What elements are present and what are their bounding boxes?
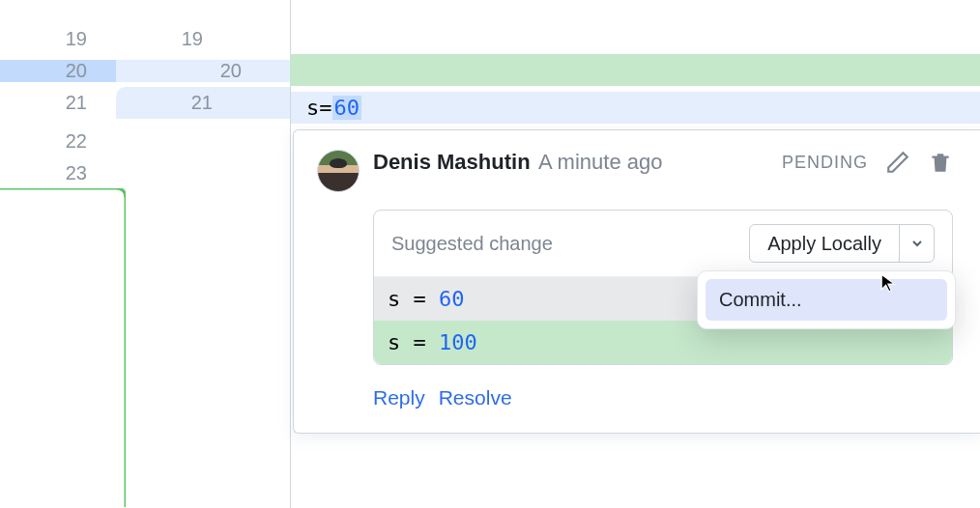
edit-icon[interactable]	[885, 150, 910, 175]
suggested-change-box: Suggested change Apply Locally s = 60 s …	[373, 210, 953, 365]
gutter-row: 22	[0, 126, 290, 157]
suggested-change-header: Suggested change Apply Locally	[374, 211, 952, 277]
code-op: =	[400, 330, 439, 354]
gutter-below: 22 23	[0, 126, 290, 189]
code-number: 60	[334, 96, 360, 120]
code-op: =	[319, 96, 331, 120]
status-badge: PENDING	[782, 153, 868, 173]
reply-button[interactable]: Reply	[373, 382, 425, 413]
dropdown-item-commit[interactable]: Commit...	[706, 279, 947, 321]
comment-header: Denis Mashutin A minute ago PENDING	[317, 150, 953, 192]
diff-connector-line	[0, 188, 126, 507]
line-number-left: 23	[0, 162, 116, 184]
avatar[interactable]	[317, 150, 360, 192]
line-number-left: 19	[0, 28, 116, 50]
line-number-left: 20	[0, 60, 116, 82]
apply-locally-label: Apply Locally	[750, 233, 899, 255]
comment-card: Denis Mashutin A minute ago PENDING Sugg…	[293, 129, 980, 434]
gutter-row: 19 19	[0, 23, 290, 55]
code-op: =	[400, 287, 439, 311]
line-number-right: 19	[116, 28, 232, 50]
line-number-left: 22	[0, 130, 116, 153]
comment-author: Denis Mashutin	[373, 150, 531, 174]
cursor-icon	[879, 272, 901, 294]
trash-icon[interactable]	[928, 150, 953, 175]
line-number-right: 21	[145, 92, 261, 114]
code-number: 100	[439, 330, 477, 354]
line-number-left: 21	[0, 87, 116, 119]
gutter-row: 20 20	[0, 55, 290, 87]
comment-footer-actions: Reply Resolve	[373, 382, 953, 413]
chevron-down-icon[interactable]	[899, 225, 934, 262]
suggested-change-label: Suggested change	[391, 233, 553, 255]
resolve-button[interactable]: Resolve	[439, 382, 512, 413]
author-block: Denis Mashutin A minute ago	[373, 150, 768, 175]
code-var: s	[388, 287, 400, 311]
code-line[interactable]: s = 60	[290, 92, 980, 124]
apply-dropdown: Commit...	[697, 270, 956, 329]
comment-header-actions: PENDING	[782, 150, 953, 175]
apply-locally-button[interactable]: Apply Locally	[749, 224, 935, 263]
added-line-highlight	[290, 54, 980, 86]
line-number-left-21-wrap: 21	[0, 87, 116, 119]
code-number: 60	[439, 287, 465, 311]
line-number-right: 20	[116, 60, 290, 82]
gutter-row: 23	[0, 157, 290, 189]
code-var: s	[388, 330, 400, 354]
code-var: s	[306, 96, 319, 120]
gutter-row: 21	[116, 87, 290, 119]
comment-timestamp: A minute ago	[538, 150, 662, 174]
